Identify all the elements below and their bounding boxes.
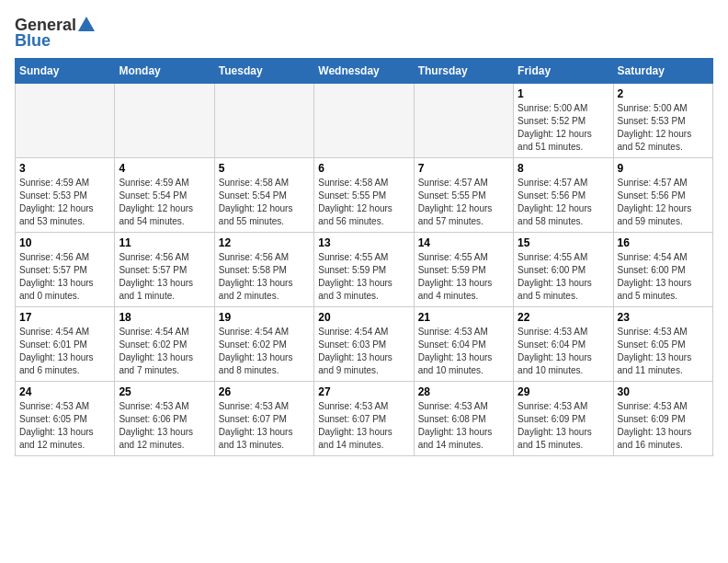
svg-marker-0 xyxy=(78,17,95,31)
calendar-cell xyxy=(414,84,513,158)
day-number: 20 xyxy=(318,311,409,324)
weekday-header-monday: Monday xyxy=(115,59,214,84)
calendar-cell: 22Sunrise: 4:53 AMSunset: 6:04 PMDayligh… xyxy=(514,307,613,382)
day-info: Sunrise: 4:53 AMSunset: 6:07 PMDaylight:… xyxy=(219,400,310,452)
weekday-header-saturday: Saturday xyxy=(613,59,712,84)
day-info: Sunrise: 4:53 AMSunset: 6:05 PMDaylight:… xyxy=(618,326,709,377)
day-info: Sunrise: 4:55 AMSunset: 6:00 PMDaylight:… xyxy=(518,251,609,303)
calendar-cell: 25Sunrise: 4:53 AMSunset: 6:06 PMDayligh… xyxy=(115,382,214,456)
calendar-cell: 18Sunrise: 4:54 AMSunset: 6:02 PMDayligh… xyxy=(115,307,214,382)
weekday-header-wednesday: Wednesday xyxy=(314,59,414,84)
calendar-cell: 11Sunrise: 4:56 AMSunset: 5:57 PMDayligh… xyxy=(115,233,214,307)
day-number: 2 xyxy=(618,87,709,100)
week-row-3: 17Sunrise: 4:54 AMSunset: 6:01 PMDayligh… xyxy=(16,307,713,382)
day-number: 7 xyxy=(418,162,509,175)
day-number: 15 xyxy=(518,236,609,249)
calendar-cell: 1Sunrise: 5:00 AMSunset: 5:52 PMDaylight… xyxy=(514,84,613,158)
day-number: 18 xyxy=(119,311,210,324)
calendar-cell: 12Sunrise: 4:56 AMSunset: 5:58 PMDayligh… xyxy=(214,233,313,307)
day-number: 14 xyxy=(418,236,509,249)
day-number: 11 xyxy=(119,236,210,249)
day-info: Sunrise: 4:53 AMSunset: 6:06 PMDaylight:… xyxy=(119,400,210,452)
calendar-cell: 26Sunrise: 4:53 AMSunset: 6:07 PMDayligh… xyxy=(214,382,313,456)
calendar-cell: 27Sunrise: 4:53 AMSunset: 6:07 PMDayligh… xyxy=(314,382,414,456)
calendar-cell xyxy=(214,84,313,158)
day-info: Sunrise: 4:54 AMSunset: 6:01 PMDaylight:… xyxy=(19,326,110,377)
day-number: 24 xyxy=(19,385,110,398)
day-info: Sunrise: 4:56 AMSunset: 5:57 PMDaylight:… xyxy=(19,251,110,303)
calendar-cell: 21Sunrise: 4:53 AMSunset: 6:04 PMDayligh… xyxy=(414,307,513,382)
weekday-header-tuesday: Tuesday xyxy=(214,59,313,84)
day-number: 9 xyxy=(618,162,709,175)
day-info: Sunrise: 4:55 AMSunset: 5:59 PMDaylight:… xyxy=(318,251,409,303)
calendar: SundayMondayTuesdayWednesdayThursdayFrid… xyxy=(15,58,713,456)
day-info: Sunrise: 4:53 AMSunset: 6:07 PMDaylight:… xyxy=(318,400,409,452)
weekday-header-row: SundayMondayTuesdayWednesdayThursdayFrid… xyxy=(16,59,713,84)
week-row-1: 3Sunrise: 4:59 AMSunset: 5:53 PMDaylight… xyxy=(16,158,713,233)
calendar-cell: 13Sunrise: 4:55 AMSunset: 5:59 PMDayligh… xyxy=(314,233,414,307)
calendar-cell: 6Sunrise: 4:58 AMSunset: 5:55 PMDaylight… xyxy=(314,158,414,233)
day-number: 25 xyxy=(119,385,210,398)
day-info: Sunrise: 4:57 AMSunset: 5:56 PMDaylight:… xyxy=(518,177,609,228)
day-number: 4 xyxy=(119,162,210,175)
logo-blue: Blue xyxy=(15,31,51,51)
day-number: 13 xyxy=(318,236,409,249)
day-info: Sunrise: 4:54 AMSunset: 6:00 PMDaylight:… xyxy=(618,251,709,303)
day-number: 3 xyxy=(19,162,110,175)
calendar-cell: 17Sunrise: 4:54 AMSunset: 6:01 PMDayligh… xyxy=(16,307,115,382)
day-info: Sunrise: 4:59 AMSunset: 5:54 PMDaylight:… xyxy=(119,177,210,228)
calendar-cell: 3Sunrise: 4:59 AMSunset: 5:53 PMDaylight… xyxy=(16,158,115,233)
calendar-cell: 2Sunrise: 5:00 AMSunset: 5:53 PMDaylight… xyxy=(613,84,712,158)
day-info: Sunrise: 4:59 AMSunset: 5:53 PMDaylight:… xyxy=(19,177,110,228)
week-row-0: 1Sunrise: 5:00 AMSunset: 5:52 PMDaylight… xyxy=(16,84,713,158)
weekday-header-friday: Friday xyxy=(514,59,613,84)
day-number: 12 xyxy=(219,236,310,249)
calendar-cell: 4Sunrise: 4:59 AMSunset: 5:54 PMDaylight… xyxy=(115,158,214,233)
day-info: Sunrise: 4:54 AMSunset: 6:02 PMDaylight:… xyxy=(119,326,210,377)
day-number: 30 xyxy=(618,385,709,398)
logo-icon xyxy=(76,15,97,35)
calendar-cell xyxy=(16,84,115,158)
day-info: Sunrise: 4:56 AMSunset: 5:57 PMDaylight:… xyxy=(119,251,210,303)
day-info: Sunrise: 4:53 AMSunset: 6:05 PMDaylight:… xyxy=(19,400,110,452)
day-number: 19 xyxy=(219,311,310,324)
calendar-cell: 29Sunrise: 4:53 AMSunset: 6:09 PMDayligh… xyxy=(514,382,613,456)
calendar-cell: 28Sunrise: 4:53 AMSunset: 6:08 PMDayligh… xyxy=(414,382,513,456)
day-number: 10 xyxy=(19,236,110,249)
day-info: Sunrise: 5:00 AMSunset: 5:53 PMDaylight:… xyxy=(618,102,709,154)
calendar-cell: 23Sunrise: 4:53 AMSunset: 6:05 PMDayligh… xyxy=(613,307,712,382)
day-info: Sunrise: 4:54 AMSunset: 6:02 PMDaylight:… xyxy=(219,326,310,377)
calendar-cell xyxy=(314,84,414,158)
calendar-cell: 8Sunrise: 4:57 AMSunset: 5:56 PMDaylight… xyxy=(514,158,613,233)
day-number: 16 xyxy=(618,236,709,249)
calendar-cell: 10Sunrise: 4:56 AMSunset: 5:57 PMDayligh… xyxy=(16,233,115,307)
calendar-cell: 24Sunrise: 4:53 AMSunset: 6:05 PMDayligh… xyxy=(16,382,115,456)
day-number: 21 xyxy=(418,311,509,324)
weekday-header-thursday: Thursday xyxy=(414,59,513,84)
day-info: Sunrise: 4:53 AMSunset: 6:08 PMDaylight:… xyxy=(418,400,509,452)
calendar-cell: 16Sunrise: 4:54 AMSunset: 6:00 PMDayligh… xyxy=(613,233,712,307)
day-info: Sunrise: 4:55 AMSunset: 5:59 PMDaylight:… xyxy=(418,251,509,303)
day-number: 6 xyxy=(318,162,409,175)
logo: General Blue xyxy=(15,15,97,51)
day-info: Sunrise: 5:00 AMSunset: 5:52 PMDaylight:… xyxy=(518,102,609,154)
calendar-cell: 5Sunrise: 4:58 AMSunset: 5:54 PMDaylight… xyxy=(214,158,313,233)
day-number: 27 xyxy=(318,385,409,398)
day-number: 28 xyxy=(418,385,509,398)
day-number: 22 xyxy=(518,311,609,324)
day-info: Sunrise: 4:53 AMSunset: 6:04 PMDaylight:… xyxy=(518,326,609,377)
day-number: 23 xyxy=(618,311,709,324)
day-number: 29 xyxy=(518,385,609,398)
calendar-cell: 19Sunrise: 4:54 AMSunset: 6:02 PMDayligh… xyxy=(214,307,313,382)
day-info: Sunrise: 4:54 AMSunset: 6:03 PMDaylight:… xyxy=(318,326,409,377)
calendar-cell: 9Sunrise: 4:57 AMSunset: 5:56 PMDaylight… xyxy=(613,158,712,233)
day-number: 8 xyxy=(518,162,609,175)
calendar-cell: 15Sunrise: 4:55 AMSunset: 6:00 PMDayligh… xyxy=(514,233,613,307)
day-info: Sunrise: 4:58 AMSunset: 5:55 PMDaylight:… xyxy=(318,177,409,228)
week-row-2: 10Sunrise: 4:56 AMSunset: 5:57 PMDayligh… xyxy=(16,233,713,307)
weekday-header-sunday: Sunday xyxy=(16,59,115,84)
day-info: Sunrise: 4:57 AMSunset: 5:56 PMDaylight:… xyxy=(618,177,709,228)
calendar-cell: 7Sunrise: 4:57 AMSunset: 5:55 PMDaylight… xyxy=(414,158,513,233)
day-number: 5 xyxy=(219,162,310,175)
calendar-cell xyxy=(115,84,214,158)
